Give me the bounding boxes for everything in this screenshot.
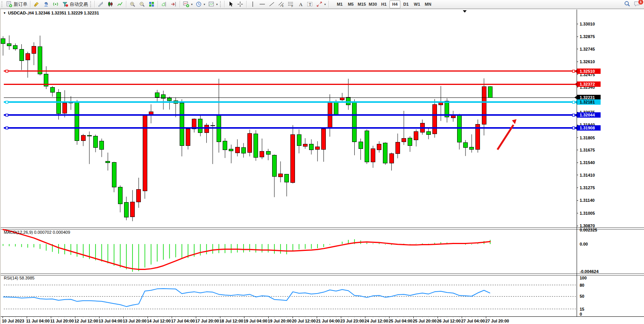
line-endpoint-marker[interactable] [6,70,8,72]
panel-separator[interactable] [1,227,644,229]
timeframe-h4-button[interactable]: H4 [389,0,400,8]
price-tick-label: 1.32875 [580,34,595,39]
horizontal-line-button[interactable] [258,0,267,8]
arrows-button[interactable]: ▾ [315,0,327,8]
tile-icon [148,1,155,7]
vertical-line-button[interactable] [248,0,258,8]
indicators-list-button[interactable]: ▾ [182,0,194,8]
chart-menu-arrow-icon[interactable]: ▼ [3,11,6,15]
toolbar-grip [2,1,4,7]
crosshair-button[interactable] [236,0,245,8]
line-chart-mode-button[interactable] [115,0,125,8]
bear-candle [223,141,227,150]
timeframe-w1-button[interactable]: W1 [411,0,422,8]
shift-end-of-chart-button[interactable] [159,0,169,8]
zoom-out-button[interactable] [137,0,147,8]
timeframe-m30-button[interactable]: M30 [367,0,378,8]
auto-scroll-button[interactable] [169,0,179,8]
chart-title: ▼ USDCAD-,H4 1.32346 1.32351 1.32229 1.3… [3,11,99,15]
timeframe-h1-button[interactable]: H1 [378,0,389,8]
toolbar-separator [94,1,95,8]
signal-icon [53,1,59,7]
autotrading-button[interactable]: 自动交易 [61,0,89,8]
bear-candle [180,103,184,146]
new-order-button[interactable]: 新订单 [5,0,29,8]
bull-candle [63,103,67,113]
price-tick-label: 1.31540 [580,160,595,165]
new-order-label: 新订单 [14,1,27,8]
time-tick-label: 18 Jul 12:00 [220,319,243,323]
hammer-icon [33,1,40,7]
bear-candle [106,161,110,163]
price-axis[interactable]: 1.330101.328751.327451.326101.324751.323… [574,10,601,316]
candle-chart-mode-button[interactable] [106,0,115,8]
price-chart[interactable]: 1.330101.328751.327451.326101.324751.323… [1,9,644,324]
bar-chart-mode-button[interactable] [96,0,106,8]
signals-button[interactable] [51,0,61,8]
bear-candle [38,47,42,74]
notifications-button[interactable]: 1 [634,1,641,8]
bull-candle [414,132,418,140]
chart-shift-marker[interactable] [463,10,467,13]
bear-candle [100,141,104,150]
chevron-down-icon: ▾ [191,3,193,6]
timeframe-d1-button[interactable]: D1 [400,0,411,8]
arrow-annotation[interactable] [497,119,516,150]
price-tick-label: 1.32745 [580,47,595,51]
tile-windows-button[interactable] [147,0,156,8]
metaeditor-button[interactable] [32,0,41,8]
bars-icon [98,1,104,7]
market-button[interactable] [41,0,51,8]
price-tick-label: 1.31805 [580,136,595,140]
time-tick-label: 13 Jul 04:00 [99,319,122,323]
equidistant-channel-button[interactable]: E [277,0,286,8]
bear-candle [118,187,122,204]
macd-axis-label: 0.00 [580,242,588,246]
bear-candle [7,43,11,46]
bear-candle [229,149,233,151]
fibonacci-button[interactable]: F [286,0,296,8]
timeframe-m5-button[interactable]: M5 [345,0,356,8]
macd-panel[interactable] [3,230,490,272]
zoom-in-button[interactable] [128,0,137,8]
cursor-button[interactable] [226,0,236,8]
timeframe-m15-button[interactable]: M15 [356,0,367,8]
toolbar-separator [246,1,247,8]
svg-text:T: T [309,2,311,6]
panel-separator[interactable] [1,273,644,275]
autotrade-icon [62,1,69,7]
bear-candle [198,119,202,132]
bear-candle [408,138,412,146]
bear-candle [112,163,116,187]
text-button[interactable]: A [296,0,305,8]
timeframe-toolbar: M1M5M15M30H1H4D1W1MN [334,0,434,8]
timeframe-mn-button[interactable]: MN [422,0,434,8]
price-tag-label: 1.31908 [580,126,595,130]
bull-candle [322,129,326,150]
price-tick-label: 1.33010 [580,22,595,26]
cursor-icon [228,1,234,7]
time-axis[interactable]: 10 Jul 202311 Jul 04:0011 Jul 20:0012 Ju… [1,316,644,324]
search-button[interactable] [624,0,631,8]
trendline-button[interactable] [267,0,277,8]
svg-text:F: F [292,5,293,8]
bear-candle [13,45,18,49]
line-endpoint-marker[interactable] [6,114,8,116]
svg-text:E: E [282,5,284,7]
periods-button[interactable]: ▾ [194,0,207,8]
line-endpoint-marker[interactable] [6,127,8,129]
rsi-panel[interactable] [3,285,577,309]
vline-icon [250,1,256,7]
price-tag-label: 1.32181 [580,100,595,104]
bull-candle [143,116,147,191]
bull-candle [316,147,320,150]
timeframe-m1-button[interactable]: M1 [334,0,345,8]
templates-button[interactable]: ▾ [207,0,219,8]
price-tick-label: 1.31410 [580,173,595,177]
toolbar-separator [180,1,180,8]
text-label-button[interactable]: T [305,0,315,8]
main-toolbar: 新订单自动交易▾▾▾EFAT▾M1M5M15M30H1H4D1W1MN1 [0,0,644,9]
time-tick-label: 11 Jul 20:00 [50,319,74,323]
line-endpoint-marker[interactable] [6,101,8,103]
headset-icon [43,1,49,7]
